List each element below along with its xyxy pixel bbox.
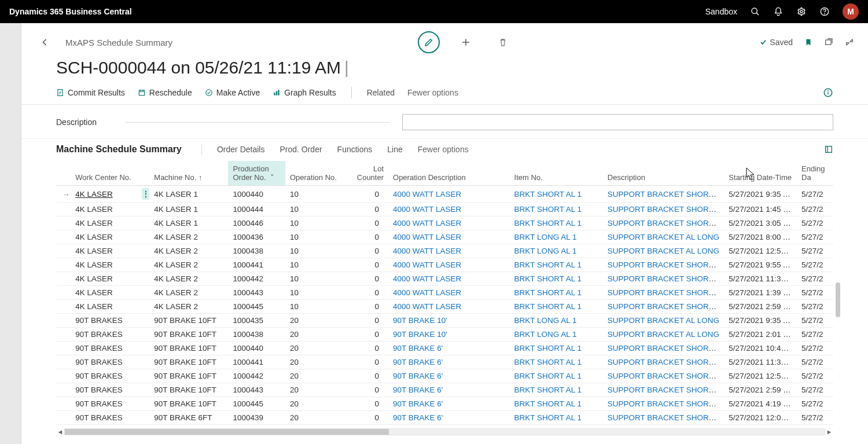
cell-operation-no[interactable]: 10 [285, 258, 346, 272]
row-menu-button[interactable] [137, 203, 149, 217]
cell-description[interactable]: SUPPORT BRACKET SHORT AL [603, 186, 724, 203]
cell-work-center[interactable]: 90T BRAKES [71, 369, 137, 383]
cell-starting-date[interactable]: 5/27/2021 11:36 ... [724, 272, 797, 286]
cell-item-no[interactable]: BRKT SHORT AL 1 [510, 217, 603, 230]
cell-operation-no[interactable]: 10 [285, 217, 346, 230]
cell-item-no[interactable]: BRKT SHORT AL 1 [510, 258, 603, 272]
col-machine-no[interactable]: Machine No. ↑ [149, 161, 228, 186]
table-row[interactable]: 90T BRAKES90T BRAKE 10FT100044120090T BR… [56, 355, 833, 369]
cell-operation-no[interactable]: 20 [285, 314, 346, 328]
commit-results-action[interactable]: Commit Results [56, 88, 125, 97]
cell-description[interactable]: SUPPORT BRACKET SHORT AL [603, 258, 724, 272]
cell-work-center[interactable]: 4K LASER [71, 203, 137, 217]
cell-item-no[interactable]: BRKT SHORT AL 1 [510, 300, 603, 314]
table-row[interactable]: 4K LASER4K LASER 210004361004000 WATT LA… [56, 230, 833, 244]
cell-ending-date[interactable]: 5/27/2 [797, 355, 833, 369]
cell-item-no[interactable]: BRKT SHORT AL 1 [510, 411, 603, 425]
cell-description[interactable]: SUPPORT BRACKET AL LONG [603, 230, 724, 244]
cell-item-no[interactable]: BRKT SHORT AL 1 [510, 355, 603, 369]
table-row[interactable]: 90T BRAKES90T BRAKE 10FT100043820090T BR… [56, 328, 833, 342]
cell-operation-no[interactable]: 10 [285, 186, 346, 203]
cell-production-order-no[interactable]: 1000445 [228, 300, 285, 314]
cell-lot-counter[interactable]: 0 [346, 411, 388, 425]
cell-work-center[interactable]: 4K LASER [71, 272, 137, 286]
cell-item-no[interactable]: BRKT LONG AL 1 [510, 314, 603, 328]
cell-lot-counter[interactable]: 0 [346, 217, 388, 230]
col-starting-date[interactable]: Starting Date-Time [724, 161, 797, 186]
cell-work-center[interactable]: 90T BRAKES [71, 355, 137, 369]
cell-work-center[interactable]: 4K LASER [71, 258, 137, 272]
prod-order-action[interactable]: Prod. Order [279, 145, 322, 154]
cell-operation-no[interactable]: 20 [285, 383, 346, 397]
related-menu[interactable]: Related [367, 88, 395, 97]
row-menu-button[interactable] [137, 328, 149, 342]
cell-work-center[interactable]: 90T BRAKES [71, 314, 137, 328]
cell-ending-date[interactable]: 5/27/2 [797, 186, 833, 203]
table-row[interactable]: 90T BRAKES90T BRAKE 10FT100043520090T BR… [56, 314, 833, 328]
cell-lot-counter[interactable]: 0 [346, 300, 388, 314]
row-menu-button[interactable] [137, 272, 149, 286]
cell-ending-date[interactable]: 5/27/2 [797, 286, 833, 300]
cell-production-order-no[interactable]: 1000443 [228, 286, 285, 300]
row-menu-button[interactable] [137, 217, 149, 230]
cell-description[interactable]: SUPPORT BRACKET SHORT AL [603, 355, 724, 369]
cell-work-center[interactable]: 4K LASER [71, 244, 137, 258]
row-menu-button[interactable] [137, 355, 149, 369]
cell-operation-description[interactable]: 4000 WATT LASER [388, 203, 510, 217]
cell-production-order-no[interactable]: 1000435 [228, 314, 285, 328]
cell-production-order-no[interactable]: 1000441 [228, 355, 285, 369]
cell-item-no[interactable]: BRKT SHORT AL 1 [510, 272, 603, 286]
make-active-action[interactable]: Make Active [205, 88, 260, 97]
cell-machine-no[interactable]: 4K LASER 2 [149, 286, 228, 300]
edit-button[interactable] [418, 31, 440, 53]
cell-machine-no[interactable]: 90T BRAKE 10FT [149, 383, 228, 397]
cell-lot-counter[interactable]: 0 [346, 286, 388, 300]
cell-ending-date[interactable]: 5/27/2 [797, 258, 833, 272]
cell-work-center[interactable]: 90T BRAKES [71, 328, 137, 342]
cell-production-order-no[interactable]: 1000440 [228, 342, 285, 355]
cell-starting-date[interactable]: 5/27/2021 9:35 AM [724, 314, 797, 328]
cell-machine-no[interactable]: 4K LASER 1 [149, 186, 228, 203]
cell-production-order-no[interactable]: 1000444 [228, 203, 285, 217]
cell-starting-date[interactable]: 5/27/2021 1:45 PM [724, 203, 797, 217]
cell-machine-no[interactable]: 90T BRAKE 10FT [149, 397, 228, 411]
col-item-no[interactable]: Item No. [510, 161, 603, 186]
popout-icon[interactable] [824, 38, 833, 47]
cell-machine-no[interactable]: 90T BRAKE 10FT [149, 342, 228, 355]
cell-description[interactable]: SUPPORT BRACKET AL LONG [603, 328, 724, 342]
cell-starting-date[interactable]: 5/27/2021 2:59 PM [724, 383, 797, 397]
cell-description[interactable]: SUPPORT BRACKET SHORT AL [603, 342, 724, 355]
cell-ending-date[interactable]: 5/27/2 [797, 230, 833, 244]
cell-ending-date[interactable]: 5/27/2 [797, 314, 833, 328]
cell-starting-date[interactable]: 5/27/2021 8:00 AM [724, 230, 797, 244]
cell-ending-date[interactable]: 5/27/2 [797, 383, 833, 397]
cell-operation-no[interactable]: 10 [285, 286, 346, 300]
cell-production-order-no[interactable]: 1000442 [228, 369, 285, 383]
cell-work-center[interactable]: 90T BRAKES [71, 383, 137, 397]
col-work-center[interactable]: Work Center No. [71, 161, 137, 186]
cell-description[interactable]: SUPPORT BRACKET SHORT AL [603, 300, 724, 314]
collapse-icon[interactable] [845, 38, 854, 47]
cell-production-order-no[interactable]: 1000438 [228, 244, 285, 258]
cell-operation-description[interactable]: 90T BRAKE 6' [388, 369, 510, 383]
table-row[interactable]: 4K LASER4K LASER 210004451004000 WATT LA… [56, 300, 833, 314]
cell-description[interactable]: SUPPORT BRACKET SHORT AL [603, 217, 724, 230]
cell-operation-no[interactable]: 10 [285, 203, 346, 217]
table-row[interactable]: 4K LASER4K LASER 210004381004000 WATT LA… [56, 244, 833, 258]
cell-lot-counter[interactable]: 0 [346, 230, 388, 244]
cell-operation-no[interactable]: 10 [285, 272, 346, 286]
cell-item-no[interactable]: BRKT SHORT AL 1 [510, 186, 603, 203]
cell-item-no[interactable]: BRKT LONG AL 1 [510, 328, 603, 342]
cell-starting-date[interactable]: 5/27/2021 1:39 PM [724, 286, 797, 300]
cell-ending-date[interactable]: 5/27/2 [797, 244, 833, 258]
cell-starting-date[interactable]: 5/27/2021 2:01 PM [724, 328, 797, 342]
cell-machine-no[interactable]: 4K LASER 2 [149, 244, 228, 258]
cell-starting-date[interactable]: 5/27/2021 2:59 PM [724, 300, 797, 314]
user-avatar[interactable]: M [843, 3, 859, 20]
cell-operation-description[interactable]: 90T BRAKE 6' [388, 411, 510, 425]
row-menu-button[interactable] [137, 286, 149, 300]
bookmark-icon[interactable] [804, 38, 812, 47]
cell-description[interactable]: SUPPORT BRACKET SHORT AL [603, 286, 724, 300]
row-menu-button[interactable] [137, 369, 149, 383]
cell-machine-no[interactable]: 4K LASER 1 [149, 203, 228, 217]
